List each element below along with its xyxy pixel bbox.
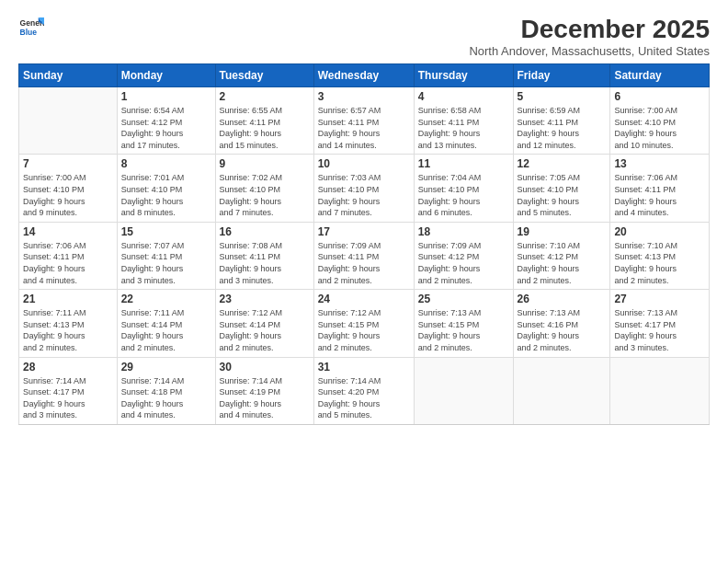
day-info: Sunrise: 7:11 AM Sunset: 4:13 PM Dayligh… [23,307,113,353]
day-number: 20 [614,225,705,238]
day-info: Sunrise: 7:10 AM Sunset: 4:13 PM Dayligh… [614,240,705,286]
day-info: Sunrise: 7:01 AM Sunset: 4:10 PM Dayligh… [121,172,211,218]
calendar-cell: 31Sunrise: 7:14 AM Sunset: 4:20 PM Dayli… [313,357,414,424]
day-number: 11 [418,157,509,170]
calendar-cell [19,87,118,155]
day-info: Sunrise: 7:12 AM Sunset: 4:14 PM Dayligh… [220,307,310,353]
day-number: 5 [518,90,607,103]
logo: General Blue [18,15,44,40]
day-info: Sunrise: 6:54 AM Sunset: 4:12 PM Dayligh… [121,105,211,151]
day-info: Sunrise: 7:14 AM Sunset: 4:19 PM Dayligh… [220,375,310,421]
day-number: 23 [220,293,310,305]
calendar-cell: 17Sunrise: 7:09 AM Sunset: 4:11 PM Dayli… [313,222,414,289]
day-number: 24 [318,293,410,305]
day-info: Sunrise: 7:14 AM Sunset: 4:17 PM Dayligh… [23,375,113,421]
week-row-4: 28Sunrise: 7:14 AM Sunset: 4:17 PM Dayli… [19,357,710,424]
day-number: 28 [23,361,113,373]
day-info: Sunrise: 7:13 AM Sunset: 4:17 PM Dayligh… [614,307,705,353]
day-info: Sunrise: 6:57 AM Sunset: 4:11 PM Dayligh… [318,105,410,151]
day-info: Sunrise: 7:10 AM Sunset: 4:12 PM Dayligh… [518,240,607,286]
header-sunday: Sunday [19,64,118,87]
day-number: 16 [220,225,310,238]
calendar-cell: 12Sunrise: 7:05 AM Sunset: 4:10 PM Dayli… [513,155,610,222]
day-number: 19 [518,225,607,238]
day-info: Sunrise: 7:07 AM Sunset: 4:11 PM Dayligh… [121,240,211,286]
calendar-cell: 14Sunrise: 7:06 AM Sunset: 4:11 PM Dayli… [19,222,118,289]
day-number: 1 [121,90,211,103]
calendar-cell: 5Sunrise: 6:59 AM Sunset: 4:11 PM Daylig… [513,87,610,155]
calendar-cell: 11Sunrise: 7:04 AM Sunset: 4:10 PM Dayli… [414,155,513,222]
week-row-1: 7Sunrise: 7:00 AM Sunset: 4:10 PM Daylig… [19,155,710,222]
header-tuesday: Tuesday [215,64,313,87]
calendar-cell: 21Sunrise: 7:11 AM Sunset: 4:13 PM Dayli… [19,290,118,357]
day-info: Sunrise: 7:11 AM Sunset: 4:14 PM Dayligh… [121,307,211,353]
logo-icon: General Blue [18,15,44,40]
day-info: Sunrise: 7:00 AM Sunset: 4:10 PM Dayligh… [23,172,113,218]
day-info: Sunrise: 6:55 AM Sunset: 4:11 PM Dayligh… [220,105,310,151]
calendar-cell [610,357,710,424]
day-info: Sunrise: 7:09 AM Sunset: 4:12 PM Dayligh… [418,240,509,286]
calendar-cell: 4Sunrise: 6:58 AM Sunset: 4:11 PM Daylig… [414,87,513,155]
header-friday: Friday [513,64,610,87]
day-info: Sunrise: 7:03 AM Sunset: 4:10 PM Dayligh… [318,172,410,218]
calendar-cell: 2Sunrise: 6:55 AM Sunset: 4:11 PM Daylig… [215,87,313,155]
day-number: 22 [121,293,211,305]
header-monday: Monday [117,64,215,87]
calendar-cell: 18Sunrise: 7:09 AM Sunset: 4:12 PM Dayli… [414,222,513,289]
calendar-cell: 3Sunrise: 6:57 AM Sunset: 4:11 PM Daylig… [313,87,414,155]
calendar-cell: 7Sunrise: 7:00 AM Sunset: 4:10 PM Daylig… [19,155,118,222]
day-number: 8 [121,157,211,170]
day-number: 7 [23,157,113,170]
location: North Andover, Massachusetts, United Sta… [469,44,710,58]
calendar-cell: 6Sunrise: 7:00 AM Sunset: 4:10 PM Daylig… [610,87,710,155]
day-number: 13 [614,157,705,170]
day-number: 21 [23,293,113,305]
calendar-cell: 25Sunrise: 7:13 AM Sunset: 4:15 PM Dayli… [414,290,513,357]
day-number: 26 [518,293,607,305]
day-number: 18 [418,225,509,238]
day-info: Sunrise: 7:00 AM Sunset: 4:10 PM Dayligh… [614,105,705,151]
day-info: Sunrise: 7:04 AM Sunset: 4:10 PM Dayligh… [418,172,509,218]
day-number: 15 [121,225,211,238]
calendar-cell: 24Sunrise: 7:12 AM Sunset: 4:15 PM Dayli… [313,290,414,357]
day-info: Sunrise: 7:08 AM Sunset: 4:11 PM Dayligh… [220,240,310,286]
day-number: 25 [418,293,509,305]
calendar-cell: 13Sunrise: 7:06 AM Sunset: 4:11 PM Dayli… [610,155,710,222]
calendar-cell [513,357,610,424]
calendar-cell: 9Sunrise: 7:02 AM Sunset: 4:10 PM Daylig… [215,155,313,222]
calendar-cell: 28Sunrise: 7:14 AM Sunset: 4:17 PM Dayli… [19,357,118,424]
day-number: 9 [220,157,310,170]
day-number: 14 [23,225,113,238]
week-row-0: 1Sunrise: 6:54 AM Sunset: 4:12 PM Daylig… [19,87,710,155]
day-number: 6 [614,90,705,103]
day-number: 10 [318,157,410,170]
day-info: Sunrise: 7:14 AM Sunset: 4:18 PM Dayligh… [121,375,211,421]
header: General Blue December 2025 North Andover… [18,15,710,58]
day-info: Sunrise: 7:09 AM Sunset: 4:11 PM Dayligh… [318,240,410,286]
week-row-2: 14Sunrise: 7:06 AM Sunset: 4:11 PM Dayli… [19,222,710,289]
header-thursday: Thursday [414,64,513,87]
calendar-cell: 30Sunrise: 7:14 AM Sunset: 4:19 PM Dayli… [215,357,313,424]
page: General Blue December 2025 North Andover… [0,0,728,563]
calendar-cell: 16Sunrise: 7:08 AM Sunset: 4:11 PM Dayli… [215,222,313,289]
calendar-cell: 26Sunrise: 7:13 AM Sunset: 4:16 PM Dayli… [513,290,610,357]
calendar-cell: 22Sunrise: 7:11 AM Sunset: 4:14 PM Dayli… [117,290,215,357]
day-number: 17 [318,225,410,238]
day-info: Sunrise: 7:12 AM Sunset: 4:15 PM Dayligh… [318,307,410,353]
title-block: December 2025 North Andover, Massachuset… [469,15,710,58]
calendar-cell: 10Sunrise: 7:03 AM Sunset: 4:10 PM Dayli… [313,155,414,222]
day-info: Sunrise: 7:02 AM Sunset: 4:10 PM Dayligh… [220,172,310,218]
week-row-3: 21Sunrise: 7:11 AM Sunset: 4:13 PM Dayli… [19,290,710,357]
header-row: Sunday Monday Tuesday Wednesday Thursday… [19,64,710,87]
day-info: Sunrise: 7:13 AM Sunset: 4:16 PM Dayligh… [518,307,607,353]
day-info: Sunrise: 7:06 AM Sunset: 4:11 PM Dayligh… [23,240,113,286]
day-info: Sunrise: 6:58 AM Sunset: 4:11 PM Dayligh… [418,105,509,151]
day-number: 12 [518,157,607,170]
day-number: 4 [418,90,509,103]
header-saturday: Saturday [610,64,710,87]
day-info: Sunrise: 6:59 AM Sunset: 4:11 PM Dayligh… [518,105,607,151]
calendar-cell [414,357,513,424]
calendar-cell: 20Sunrise: 7:10 AM Sunset: 4:13 PM Dayli… [610,222,710,289]
day-info: Sunrise: 7:13 AM Sunset: 4:15 PM Dayligh… [418,307,509,353]
day-number: 30 [220,361,310,373]
